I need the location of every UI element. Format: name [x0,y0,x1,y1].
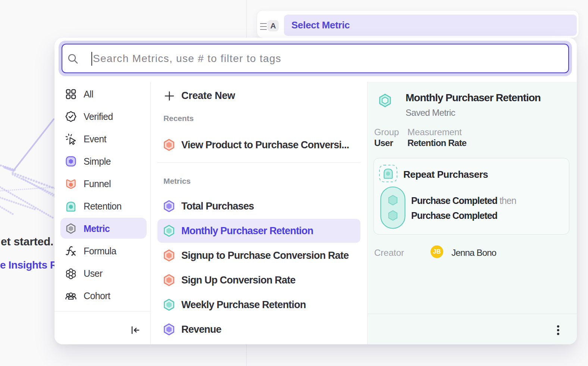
formula-icon [65,245,77,257]
metric-item-sign-up-conversion-rate[interactable]: Sign Up Conversion Rate [151,268,367,292]
select-metric-field[interactable]: Select Metric [284,15,577,36]
retention-hexagon-icon [162,298,176,311]
plus-icon [164,91,175,101]
sidebar-item-label: Retention [84,195,122,217]
definition-step-2: Purchase Completed [411,210,497,221]
event-sequence-pill [380,186,406,229]
metric-item-label: Revenue [181,317,221,341]
sidebar-item-label: Simple [84,150,111,173]
sidebar-item-metric[interactable]: Metric [54,217,150,240]
creator-avatar: JB [431,245,443,258]
metric-hexagon-icon [65,223,77,235]
metric-item-total-purchases[interactable]: Total Purchases [151,194,367,218]
funnel-hexagon-icon [162,249,176,262]
measurement-label: Measurement [407,127,462,137]
simple-hexagon-icon [162,323,176,336]
kebab-menu-icon[interactable] [555,323,561,339]
list-divider [157,162,360,163]
sidebar-footer [54,311,150,344]
retention-hexagon-icon [162,224,176,238]
definition-card: Repeat Purchasers Purchase Completed the… [373,158,569,235]
sidebar-item-all[interactable]: All [54,83,150,105]
creator-label: Creator [374,248,404,258]
sidebar-item-label: User [84,262,102,285]
create-new-button[interactable]: Create New [151,85,367,106]
sidebar-item-label: Verified [84,105,113,128]
sidebar-item-user[interactable]: User [54,262,150,285]
search-focus-ring: Search Metrics, use # to filter to tags [59,41,572,76]
definition-title: Repeat Purchasers [403,169,488,180]
drag-handle-icon[interactable] [259,22,268,31]
sidebar-item-formula[interactable]: Formula [54,240,150,262]
metric-list: Create New Recents Metrics View Product … [151,82,367,344]
metrics-section-label: Metrics [163,177,191,186]
retention-metric-icon [65,200,77,212]
step-1-event: Purchase Completed [411,195,497,206]
funnel-hexagon-icon [162,138,176,152]
cohort-people-icon [65,290,77,302]
definition-step-1: Purchase Completed then [411,195,516,206]
metric-preview-panel: Monthly Purchaser Retention Saved Metric… [368,82,577,344]
preview-subtitle: Saved Metric [406,108,455,118]
metric-item-label: Signup to Purchase Conversion Rate [181,244,348,267]
group-value: User [374,138,393,148]
create-new-label: Create New [181,85,235,106]
sidebar-item-cohort[interactable]: Cohort [54,285,150,307]
sidebar-item-label: All [84,83,93,105]
simple-metric-icon [65,155,77,167]
insights-report-link[interactable]: e Insights Re [0,259,63,271]
sidebar-item-label: Funnel [84,173,111,195]
get-started-text: et started. [1,235,53,248]
metric-item-label: Sign Up Conversion Rate [181,268,295,292]
text-caret [91,52,92,66]
retention-hexagon-icon-large [378,93,392,108]
sidebar-item-label: Event [84,128,106,150]
search-placeholder: Search Metrics, use # to filter to tags [93,44,281,72]
metric-item-revenue[interactable]: Revenue [151,317,367,341]
simple-hexagon-icon [162,199,176,213]
creator-name: Jenna Bono [451,248,496,258]
sidebar-item-simple[interactable]: Simple [54,150,150,173]
metric-item-weekly-purchase-retention[interactable]: Weekly Purchase Retention [151,293,367,317]
step-1-connector: then [500,195,516,206]
query-builder-row: A Select Metric [257,10,579,38]
sidebar-item-verified[interactable]: Verified [54,105,150,128]
sidebar-item-label: Formula [84,240,116,262]
sidebar-item-funnel[interactable]: Funnel [54,173,150,195]
metric-item-label: Weekly Purchase Retention [181,293,306,317]
verified-seal-icon [65,111,77,122]
funnel-hexagon-icon [162,273,176,287]
sidebar-item-label: Cohort [84,285,110,307]
recent-item-view-product-to-purchase-conversion[interactable]: View Product to Purchase Conversi... [151,133,367,157]
preview-title: Monthly Purchaser Retention [406,92,541,104]
metric-item-label: Monthly Purchaser Retention [181,219,313,243]
metric-picker-modal: Search Metrics, use # to filter to tags … [54,38,577,344]
group-label: Group [374,127,399,137]
grid-icon [65,88,77,100]
category-sidebar: All Verified Event [54,82,150,344]
metric-item-signup-to-purchase-conversion-rate[interactable]: Signup to Purchase Conversion Rate [151,244,367,267]
search-input[interactable]: Search Metrics, use # to filter to tags [62,44,569,73]
user-cluster-icon [65,267,77,279]
search-icon [68,53,79,65]
recents-section-label: Recents [163,114,194,123]
sidebar-item-label: Metric [84,217,110,240]
saved-behavior-icon [379,164,398,183]
metric-item-label: View Product to Purchase Conversi... [181,133,349,157]
metric-item-label: Total Purchases [181,194,254,218]
step-2-event: Purchase Completed [411,210,497,221]
collapse-sidebar-icon[interactable] [130,325,140,335]
metric-item-monthly-purchaser-retention[interactable]: Monthly Purchaser Retention [151,219,367,243]
sidebar-item-event[interactable]: Event [54,128,150,150]
sidebar-item-retention[interactable]: Retention [54,195,150,217]
query-letter-badge: A [268,20,279,31]
funnel-metric-icon [65,178,77,190]
preview-footer [368,314,577,344]
event-cursor-icon [65,133,77,145]
measurement-value: Retention Rate [407,138,466,148]
